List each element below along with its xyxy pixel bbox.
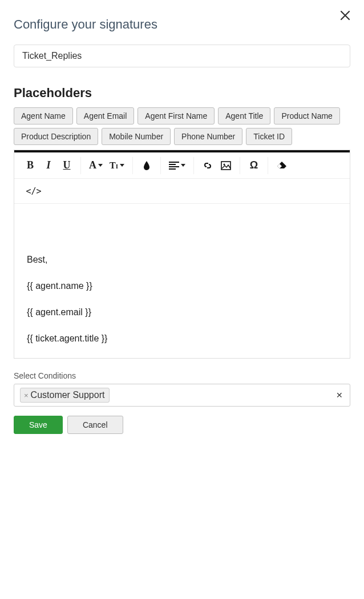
placeholder-pill[interactable]: Mobile Number [102,128,171,145]
svg-rect-2 [169,166,179,167]
special-char-button[interactable]: Ω [245,156,263,175]
placeholders-heading: Placeholders [14,86,350,100]
rich-text-editor: B I U A TI [14,150,350,359]
placeholder-pill[interactable]: Product Description [14,128,98,145]
italic-button[interactable]: I [39,156,58,175]
insert-link-button[interactable] [199,156,217,175]
svg-point-5 [223,163,225,165]
bold-button[interactable]: B [21,156,39,175]
cancel-button[interactable]: Cancel [67,416,123,434]
insert-image-button[interactable] [217,156,235,175]
font-size-dropdown[interactable]: TI [106,156,128,175]
editor-line[interactable]: {{ agent.email }} [27,305,337,319]
font-family-dropdown[interactable]: A [86,156,106,175]
svg-rect-4 [221,162,230,170]
svg-rect-3 [169,168,176,170]
placeholder-pill[interactable]: Product Name [274,107,339,124]
code-view-button[interactable]: </> [25,182,43,200]
remove-tag-icon[interactable]: × [24,391,29,400]
clear-all-icon[interactable]: ✕ [336,391,343,400]
close-icon[interactable] [340,10,350,23]
conditions-label: Select Conditions [14,371,350,380]
underline-button[interactable]: U [58,156,76,175]
placeholder-pill-list: Agent NameAgent EmailAgent First NameAge… [14,107,350,145]
editor-toolbar: B I U A TI [14,152,350,179]
text-color-button[interactable] [137,156,156,175]
svg-rect-1 [169,164,176,165]
placeholder-pill[interactable]: Ticket ID [246,128,292,145]
placeholder-pill[interactable]: Agent Name [14,107,73,124]
signature-name-input[interactable] [14,45,350,67]
conditions-input[interactable]: ×Customer Support✕ [14,384,350,407]
editor-line[interactable]: Best, [27,253,337,267]
placeholder-pill[interactable]: Agent Email [76,107,134,124]
eraser-button[interactable] [273,156,291,175]
placeholder-pill[interactable]: Agent Title [218,107,270,124]
editor-content-area[interactable]: Best,{{ agent.name }}{{ agent.email }}{{… [14,204,350,358]
placeholder-pill[interactable]: Phone Number [174,128,242,145]
align-dropdown[interactable] [165,156,189,175]
save-button[interactable]: Save [14,416,63,434]
editor-line[interactable]: {{ ticket.agent.title }} [27,332,337,345]
action-buttons: Save Cancel [14,416,350,434]
condition-tag[interactable]: ×Customer Support [20,388,110,403]
editor-toolbar-secondary: </> [14,179,350,204]
svg-rect-0 [169,162,179,163]
page-title: Configure your signatures [14,17,350,32]
editor-line[interactable]: {{ agent.name }} [27,279,337,293]
placeholder-pill[interactable]: Agent First Name [137,107,215,124]
